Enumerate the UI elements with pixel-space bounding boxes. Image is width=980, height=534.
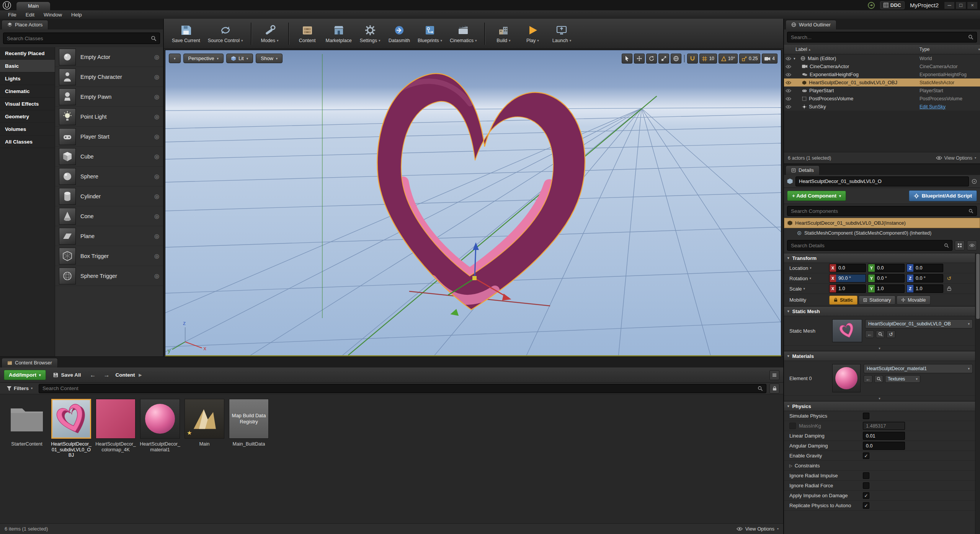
- visibility-eye-icon[interactable]: [786, 97, 791, 101]
- reset-rotation-icon[interactable]: ↺: [945, 274, 953, 282]
- category-all-classes[interactable]: All Classes: [0, 136, 55, 148]
- outliner-search[interactable]: [787, 32, 977, 42]
- outliner-view-options-button[interactable]: View Options ▾: [936, 155, 976, 161]
- details-scrollbar[interactable]: [975, 253, 980, 534]
- save-current-button[interactable]: Save Current: [168, 21, 204, 46]
- display-filter-eye-icon[interactable]: [967, 240, 977, 250]
- asset-tile-builtdata[interactable]: Map Build Data Registry Main_BuiltData: [228, 399, 270, 447]
- settings-button[interactable]: Settings: [356, 21, 384, 46]
- content-path-breadcrumb[interactable]: Content ▶: [116, 372, 142, 378]
- outliner-search-input[interactable]: [787, 34, 965, 40]
- apply-impulse-on-damage-checkbox[interactable]: [863, 492, 869, 499]
- location-z-field[interactable]: Z0.0: [906, 264, 943, 272]
- place-item-plane[interactable]: Plane ◎: [55, 226, 163, 246]
- content-browser-tab[interactable]: Content Browser: [2, 358, 58, 367]
- asset-tile-startercontent[interactable]: StarterContent: [6, 399, 47, 447]
- component-row-instance[interactable]: HeartSculptDecor_01_subdivLVL0_OBJ(Insta…: [784, 218, 980, 228]
- viewport-options-button[interactable]: ▾: [169, 54, 181, 63]
- use-selected-asset-icon[interactable]: ←: [865, 330, 874, 338]
- drag-handle-icon[interactable]: ◎: [154, 54, 159, 60]
- camera-mode-button[interactable]: Perspective▾: [183, 54, 224, 63]
- section-materials[interactable]: Materials: [784, 351, 975, 361]
- scale-z-field[interactable]: Z1.0: [906, 284, 943, 293]
- scale-lock-icon[interactable]: [945, 285, 953, 292]
- view-mode-button[interactable]: Lit▾: [226, 54, 253, 63]
- asset-tile-main-level[interactable]: ★ Main: [184, 399, 225, 447]
- view-options-button[interactable]: View Options ▾: [737, 526, 779, 532]
- linear-damping-field[interactable]: 0.01: [863, 432, 905, 440]
- massinkg-override-checkbox[interactable]: [789, 423, 796, 429]
- details-search[interactable]: [787, 240, 952, 251]
- asset-tile-colormap-texture[interactable]: HeartSculptDecor_colormap_4K: [95, 399, 136, 452]
- launch-button[interactable]: Launch: [547, 21, 576, 46]
- drag-handle-icon[interactable]: ◎: [154, 153, 159, 160]
- drag-handle-icon[interactable]: ◎: [154, 253, 159, 260]
- scale-label[interactable]: Scale▾: [789, 286, 829, 292]
- drag-handle-icon[interactable]: ◎: [154, 173, 159, 180]
- drag-handle-icon[interactable]: ◎: [154, 73, 159, 80]
- materials-expander[interactable]: ▾: [784, 396, 975, 401]
- edit-sunsky-link[interactable]: Edit SunSky: [920, 104, 978, 109]
- place-actors-tab[interactable]: Place Actors: [2, 20, 48, 29]
- maximize-button[interactable]: □: [956, 2, 966, 9]
- rotation-label[interactable]: Rotation▾: [789, 276, 829, 281]
- breadcrumb-content[interactable]: Content: [116, 372, 135, 378]
- category-visual-effects[interactable]: Visual Effects: [0, 98, 55, 110]
- drag-handle-icon[interactable]: ◎: [154, 233, 159, 240]
- place-item-point-light[interactable]: Point Light ◎: [55, 107, 163, 127]
- ignore-radial-impulse-checkbox[interactable]: [863, 472, 869, 479]
- property-matrix-icon[interactable]: [955, 240, 965, 250]
- cinematics-button[interactable]: Cinematics: [446, 21, 480, 46]
- build-button[interactable]: Build: [489, 21, 518, 46]
- play-button[interactable]: Play: [518, 21, 547, 46]
- category-basic[interactable]: Basic: [0, 60, 55, 72]
- outliner-row-main-editor[interactable]: ▾ Main (Editor) World: [784, 54, 980, 62]
- place-item-player-start[interactable]: Player Start ◎: [55, 127, 163, 147]
- place-item-empty-pawn[interactable]: Empty Pawn ◎: [55, 87, 163, 107]
- massinkg-value-field[interactable]: 1.485317: [863, 422, 905, 430]
- scale-snap-toggle[interactable]: 0.25: [739, 54, 760, 64]
- simulate-physics-checkbox[interactable]: [863, 413, 869, 419]
- material-thumbnail[interactable]: [832, 364, 861, 392]
- visibility-eye-icon[interactable]: [786, 65, 791, 69]
- gizmo-scale-button[interactable]: [658, 54, 669, 64]
- constraints-row[interactable]: ▷ Constraints: [784, 461, 975, 471]
- place-item-sphere-trigger[interactable]: Sphere Trigger ◎: [55, 266, 163, 286]
- filters-button[interactable]: Filters ▾: [4, 384, 36, 392]
- category-volumes[interactable]: Volumes: [0, 123, 55, 136]
- outliner-row-heightfog[interactable]: ExponentialHeightFog ExponentialHeightFo…: [784, 70, 980, 78]
- content-button[interactable]: Content: [293, 21, 322, 46]
- visibility-eye-icon[interactable]: [786, 57, 791, 60]
- menu-help[interactable]: Help: [67, 11, 86, 18]
- gizmo-rotate-button[interactable]: [646, 54, 657, 64]
- add-import-button[interactable]: Add/Import▾: [4, 370, 46, 380]
- drag-handle-icon[interactable]: ◎: [154, 133, 159, 140]
- network-status-icon[interactable]: ➜: [868, 2, 875, 9]
- gizmo-select-button[interactable]: [622, 54, 632, 64]
- blueprint-add-script-button[interactable]: Blueprint/Add Script: [909, 190, 977, 201]
- place-item-cube[interactable]: Cube ◎: [55, 147, 163, 167]
- section-transform[interactable]: Transform: [784, 253, 975, 263]
- rotation-z-field[interactable]: Z0.0 °: [906, 274, 943, 283]
- expander-icon[interactable]: ▷: [789, 464, 792, 468]
- outliner-row-sunsky[interactable]: SunSky Edit SunSky: [784, 103, 980, 111]
- level-viewport[interactable]: z x y ▾ Perspective▾: [165, 50, 781, 356]
- category-cinematic[interactable]: Cinematic: [0, 85, 55, 98]
- source-control-button[interactable]: Source Control: [204, 21, 247, 46]
- drag-handle-icon[interactable]: ◎: [154, 113, 159, 120]
- level-tab-main[interactable]: Main: [16, 2, 51, 10]
- outliner-row-playerstart[interactable]: PlayerStart PlayerStart: [784, 87, 980, 95]
- replicate-physics-checkbox[interactable]: [863, 502, 869, 509]
- use-selected-asset-icon[interactable]: ←: [864, 375, 872, 383]
- history-forward-button[interactable]: →: [102, 371, 112, 380]
- minimize-button[interactable]: ─: [944, 2, 955, 9]
- section-physics[interactable]: Physics: [784, 401, 975, 411]
- section-static-mesh[interactable]: Static Mesh: [784, 306, 975, 316]
- place-item-box-trigger[interactable]: Box Trigger ◎: [55, 246, 163, 266]
- expander-icon[interactable]: ▾: [794, 57, 798, 60]
- category-recently-placed[interactable]: Recently Placed: [0, 47, 55, 60]
- rotation-x-field[interactable]: X90.0 °: [829, 274, 866, 283]
- place-item-sphere[interactable]: Sphere ◎: [55, 167, 163, 186]
- history-back-button[interactable]: ←: [88, 371, 98, 380]
- angular-damping-field[interactable]: 0.0: [863, 442, 905, 450]
